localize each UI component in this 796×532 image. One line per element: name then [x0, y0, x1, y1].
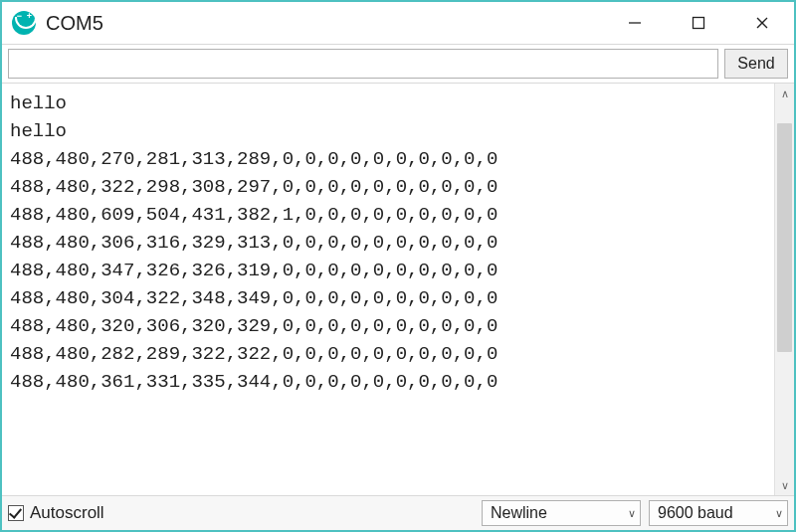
- window-title: COM5: [46, 12, 603, 35]
- arduino-app-icon: −+: [12, 11, 36, 35]
- baud-rate-value: 9600 baud: [658, 504, 769, 522]
- scroll-down-arrow-icon[interactable]: ∨: [775, 475, 794, 495]
- maximize-icon: [692, 16, 705, 30]
- minimize-button[interactable]: [603, 2, 667, 44]
- close-icon: [755, 16, 769, 30]
- line-ending-value: Newline: [491, 504, 622, 522]
- scroll-track[interactable]: [775, 103, 794, 475]
- line-ending-dropdown[interactable]: Newline ∨: [482, 500, 641, 526]
- checkbox-icon: [8, 505, 24, 521]
- autoscroll-label: Autoscroll: [30, 503, 104, 523]
- scroll-thumb[interactable]: [777, 123, 792, 352]
- serial-input[interactable]: [8, 49, 718, 79]
- minimize-icon: [628, 16, 642, 30]
- chevron-down-icon: ∨: [628, 507, 636, 520]
- serial-output[interactable]: hello hello 488,480,270,281,313,289,0,0,…: [2, 84, 774, 495]
- status-bar: Autoscroll Newline ∨ 9600 baud ∨: [2, 496, 794, 530]
- titlebar: −+ COM5: [2, 2, 794, 44]
- serial-monitor-window: −+ COM5 Send hello hello 488,480,270,281…: [0, 0, 796, 532]
- window-controls: [603, 2, 794, 44]
- send-button[interactable]: Send: [724, 49, 788, 79]
- maximize-button[interactable]: [667, 2, 730, 44]
- baud-rate-dropdown[interactable]: 9600 baud ∨: [649, 500, 788, 526]
- svg-rect-1: [694, 18, 704, 29]
- vertical-scrollbar[interactable]: ∧ ∨: [774, 84, 794, 495]
- close-button[interactable]: [730, 2, 794, 44]
- scroll-up-arrow-icon[interactable]: ∧: [775, 84, 794, 103]
- output-area: hello hello 488,480,270,281,313,289,0,0,…: [2, 83, 794, 496]
- chevron-down-icon: ∨: [775, 507, 783, 520]
- send-toolbar: Send: [2, 44, 794, 83]
- autoscroll-checkbox[interactable]: Autoscroll: [8, 503, 104, 523]
